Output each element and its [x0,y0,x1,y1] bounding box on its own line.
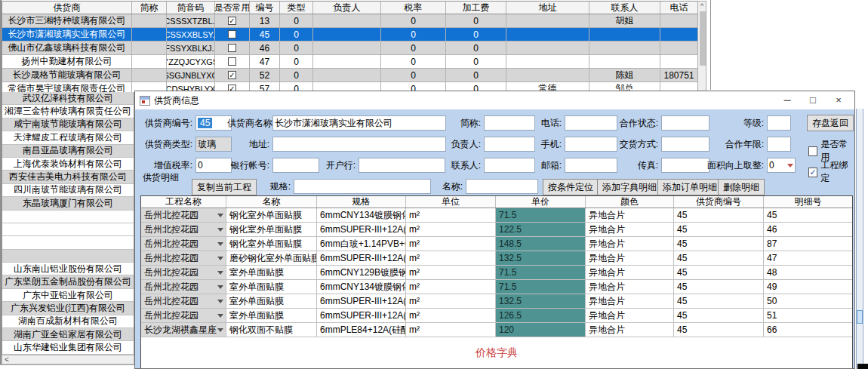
table-cell[interactable]: 0 [381,42,446,54]
table-cell[interactable]: CSSXXBLSY.. [167,28,215,41]
table-cell[interactable]: 长沙晟格节能玻璃有限公司 [2,69,132,81]
table-cell[interactable]: 钢化室外单面贴膜 [226,237,317,251]
table-cell[interactable]: 异地合片 [586,309,674,322]
unchecked-checkbox-icon[interactable] [228,30,236,38]
table-cell[interactable]: 87 [764,237,853,251]
column-header[interactable]: 负责人 [313,2,381,14]
table-cell[interactable]: m² [406,208,496,222]
table-cell[interactable]: m² [406,309,496,322]
table-cell[interactable]: 0 [381,14,446,27]
table-cell[interactable]: 47 [250,55,280,68]
scroll-up-icon[interactable]: ^ [698,2,706,10]
table-cell[interactable]: 46 [764,223,853,236]
table-cell[interactable]: 佛山市亿鑫玻璃科技有限公司 [2,42,132,54]
table-cell[interactable]: m² [406,266,496,279]
unchecked-checkbox-icon[interactable] [228,57,236,66]
unit-price-cell[interactable]: 132.5 [496,251,586,265]
list-item[interactable]: 咸宁南玻节能玻璃有限公司 [2,118,134,131]
detail-row[interactable]: 岳州北控花园钢化室外单面贴膜6mm白玻+1.14PVB+6mm...m²148.… [141,237,852,251]
project-combo-cell[interactable]: 岳州北控花园 [141,266,226,279]
table-cell[interactable] [506,28,589,41]
list-item[interactable] [2,211,134,223]
project-combo-cell[interactable]: 岳州北控花园 [141,223,226,236]
table-cell[interactable]: m² [406,223,496,236]
scrollbar-thumb[interactable] [700,11,706,66]
chevron-down-icon[interactable] [217,228,223,232]
list-item[interactable]: 山东南山铝业股份有限公司 [2,263,134,275]
table-cell[interactable]: FSSYXBLKJ.. [167,42,215,54]
project-bind-checkbox-group[interactable]: 工程绑定 [808,159,854,185]
spec-filter-input[interactable] [294,179,431,194]
table-cell[interactable]: 6mmSUPER-III+12A(硅... [317,251,406,265]
table-cell[interactable]: 异地合片 [586,251,674,265]
list-item[interactable]: 东晶玻璃厦门有限公司 [2,197,134,210]
detail-row[interactable]: 岳州北控花园室外单面贴膜6mmSUPER-III+12A(硅...m²126.5… [141,309,852,323]
column-header[interactable]: 供货商编号 [674,196,764,208]
table-cell[interactable]: 磨砂钢化室外单面贴膜 [226,251,317,265]
checked-checkbox-icon[interactable] [228,71,236,79]
table-cell[interactable]: m² [406,294,496,308]
table-cell[interactable] [313,42,381,54]
table-cell[interactable] [132,42,167,54]
chevron-down-icon[interactable] [217,271,223,275]
chevron-down-icon[interactable] [217,242,223,246]
unit-price-cell[interactable]: 71.5 [496,280,586,294]
project-combo-cell[interactable]: 长沙龙湖祺鑫星座 [141,323,226,337]
table-cell[interactable] [660,14,698,27]
table-cell[interactable]: 49 [764,280,853,294]
table-row[interactable]: 长沙市三湘特种玻璃有限公司CSSSXTZBL..13000胡姐 [2,14,698,28]
email-input[interactable] [565,158,617,173]
table-cell[interactable]: CSSSXTZBL.. [167,14,215,27]
close-button[interactable]: × [826,91,851,109]
detail-row[interactable]: 岳州北控花园室外单面贴膜6mmSUPER-III+12A(硅...m²132.5… [141,294,852,309]
add-dict-detail-button[interactable]: 添加字典明细 [597,179,662,195]
table-cell[interactable] [506,69,589,81]
scroll-left-icon[interactable]: < [5,355,9,364]
column-header[interactable]: 供货商 [2,2,132,14]
table-cell[interactable]: 扬州中勤建材有限公司 [2,55,132,68]
table-cell[interactable]: 45 [674,309,764,322]
locate-by-condition-button[interactable]: 按条件定位 [543,179,599,195]
table-cell[interactable]: 45 [764,208,853,222]
table-cell[interactable]: 45 [674,280,764,294]
table-cell[interactable]: 6mm白玻+1.14PVB+6mm... [317,237,406,251]
table-row[interactable]: 长沙市潇湘玻璃实业有限公司CSSXXBLSY..45000 [2,28,698,42]
table-cell[interactable]: 0 [446,28,506,41]
column-header[interactable]: 地址 [506,2,589,14]
table-cell[interactable]: 异地合片 [586,208,674,222]
column-header[interactable]: 颜色 [586,196,674,208]
table-cell[interactable] [132,69,167,81]
common-use-checkbox[interactable] [808,146,817,156]
table-cell[interactable]: 45 [674,223,764,236]
checked-checkbox-icon[interactable] [228,17,236,25]
table-cell[interactable]: 钢化室外单面贴膜 [226,223,317,236]
table-cell[interactable]: 48 [764,266,853,279]
detail-row[interactable]: 岳州北控花园磨砂钢化室外单面贴膜6mmSUPER-III+12A(硅...m²1… [141,251,852,266]
table-cell[interactable] [506,14,589,27]
table-cell[interactable] [313,28,381,41]
column-header[interactable]: 名称 [226,196,317,208]
table-cell[interactable] [132,55,167,68]
copy-current-project-button[interactable]: 复制当前工程 [192,179,257,195]
area-round-up-select[interactable]: 0 [767,158,796,173]
add-order-detail-button[interactable]: 添加订单明细 [657,179,722,195]
principal-input[interactable] [484,137,535,152]
list-item[interactable] [2,236,134,249]
common-use-cell[interactable] [215,55,250,68]
table-cell[interactable] [660,42,698,54]
detail-row[interactable]: 岳州北控花园钢化室外单面贴膜6mmCNY134镀膜钢化m²71.5异地合片454… [141,208,852,223]
project-bind-checkbox[interactable] [808,168,817,177]
supplier-no-input[interactable]: 45 [195,115,232,131]
table-row[interactable]: 长沙晟格节能玻璃有限公司CSSGJNBLYXGS52000陈姐180751 [2,69,698,82]
unit-price-cell[interactable]: 132.5 [496,294,586,308]
table-cell[interactable]: CSSGJNBLYXGS [167,69,215,81]
table-cell[interactable] [132,28,167,41]
column-header[interactable]: 是否常用 [215,2,250,14]
table-cell[interactable]: 46 [250,42,280,54]
table-cell[interactable]: 长沙市潇湘玻璃实业有限公司 [2,28,132,41]
common-use-cell[interactable] [215,42,250,54]
short-name-input[interactable] [484,115,535,131]
chevron-down-icon[interactable] [217,300,223,303]
unchecked-checkbox-icon[interactable] [228,44,236,52]
table-cell[interactable]: 长沙市三湘特种玻璃有限公司 [2,14,132,27]
